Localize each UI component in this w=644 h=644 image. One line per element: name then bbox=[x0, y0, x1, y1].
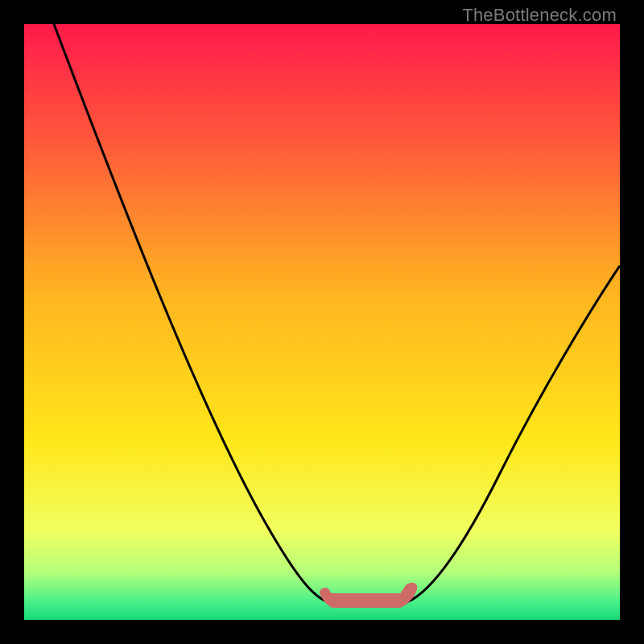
optimal-zone-marker bbox=[324, 587, 413, 604]
plot-area bbox=[24, 24, 620, 620]
chart-stage: TheBottleneck.com bbox=[0, 0, 644, 644]
optimal-zone-dot-left bbox=[320, 588, 330, 597]
curve-layer bbox=[24, 24, 620, 620]
watermark-text: TheBottleneck.com bbox=[462, 5, 617, 26]
optimal-zone-dot-right bbox=[407, 583, 417, 592]
bottleneck-curve bbox=[54, 24, 620, 604]
